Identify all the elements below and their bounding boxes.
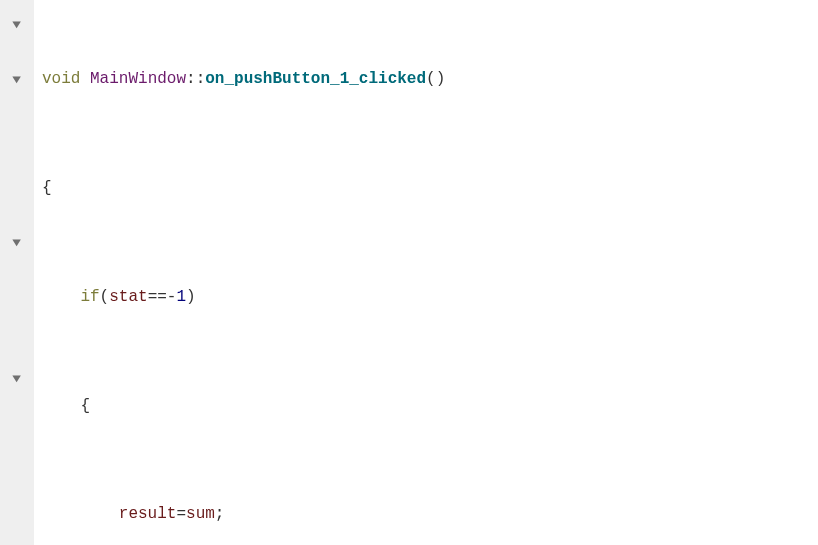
brace: { [42, 175, 52, 202]
code-line[interactable]: { [42, 393, 465, 420]
code-line[interactable]: if(stat==-1) [42, 284, 465, 311]
fold-row [0, 474, 34, 501]
code-line[interactable]: result=sum; [42, 501, 465, 528]
function-name: on_pushButton_1_clicked [205, 66, 426, 93]
fold-row [0, 39, 34, 66]
fold-row [0, 121, 34, 148]
fold-row [0, 338, 34, 365]
fold-row [0, 257, 34, 284]
fold-row [0, 148, 34, 175]
fold-row [0, 311, 34, 338]
fold-row [0, 501, 34, 528]
fold-arrow-icon: ▼ [13, 15, 22, 35]
fold-row [0, 284, 34, 311]
fold-row[interactable]: ▼ [0, 12, 34, 39]
variable: result [119, 501, 177, 528]
keyword: void [42, 66, 80, 93]
parens: () [426, 66, 445, 93]
fold-row [0, 420, 34, 447]
fold-gutter: ▼ ▼ ▼ ▼ [0, 0, 34, 545]
fold-row[interactable]: ▼ [0, 365, 34, 392]
fold-arrow-icon: ▼ [13, 369, 22, 389]
brace: { [80, 393, 90, 420]
keyword: if [80, 284, 99, 311]
fold-row[interactable]: ▼ [0, 230, 34, 257]
code-line[interactable]: { [42, 175, 465, 202]
fold-row [0, 94, 34, 121]
code-editor[interactable]: ▼ ▼ ▼ ▼ void MainWindow::on_pushButton_1… [0, 0, 818, 545]
fold-row[interactable]: ▼ [0, 66, 34, 93]
code-line[interactable]: void MainWindow::on_pushButton_1_clicked… [42, 66, 465, 93]
fold-row [0, 447, 34, 474]
type-name: MainWindow [90, 66, 186, 93]
number-literal: 1 [176, 284, 186, 311]
code-area[interactable]: void MainWindow::on_pushButton_1_clicked… [34, 0, 465, 545]
fold-row [0, 393, 34, 420]
scope-sep: :: [186, 66, 205, 93]
fold-arrow-icon: ▼ [13, 233, 22, 253]
fold-row [0, 202, 34, 229]
fold-row [0, 175, 34, 202]
fold-arrow-icon: ▼ [13, 70, 22, 90]
variable: sum [186, 501, 215, 528]
variable: stat [109, 284, 147, 311]
